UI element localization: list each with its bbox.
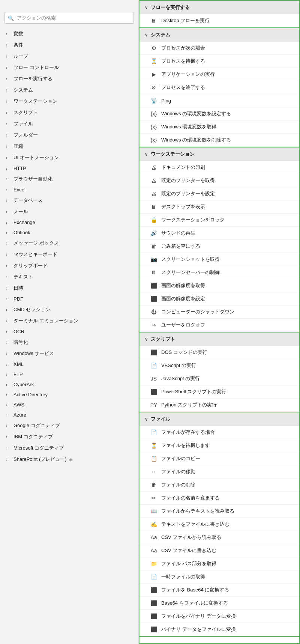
nav-item-28[interactable]: ›暗号化 [0,337,138,348]
nav-item-12[interactable]: ›HTTP [0,163,138,173]
action-item-1-3[interactable]: ⊗プロセスを終了する [140,81,299,94]
action-item-3-1[interactable]: 📄VBScript の実行 [140,359,299,372]
action-item-4-6[interactable]: 📖ファイルからテキストを読み取る [140,505,299,518]
action-item-1-1[interactable]: ⏳プロセスを待機する [140,55,299,68]
nav-item-39[interactable]: ›SharePoint (プレビュー)◈ [0,454,138,465]
action-item-2-4[interactable]: 🔒ワークステーションをロック [140,214,299,227]
nav-item-label: Excel [14,187,26,193]
nav-item-3[interactable]: ›フロー コントロール [0,62,138,73]
nav-item-21[interactable]: ›クリップボード [0,260,138,271]
nav-item-30[interactable]: ›XML [0,359,138,369]
nav-item-13[interactable]: ›ブラウザー自動化 [0,173,138,185]
file-base64-decode-icon: ⬛ [150,599,158,607]
nav-item-label: IBM コグニティブ [14,433,53,440]
action-item-4-0[interactable]: 📄ファイルが存在する場合 [140,426,299,439]
action-item-3-2[interactable]: JSJavaScript の実行 [140,372,299,385]
nav-item-18[interactable]: ›Outlook [0,227,138,238]
nav-item-35[interactable]: ›Azure [0,410,138,420]
section-header-0[interactable]: ∨フローを実行する [140,1,299,14]
action-item-2-0[interactable]: 🖨ドキュメントの印刷 [140,161,299,174]
action-item-2-7[interactable]: 📷スクリーンショットを取得 [140,253,299,266]
action-item-2-10[interactable]: ⬛画面の解像度を設定 [140,292,299,305]
action-item-2-8[interactable]: 🖥スクリーンセーバーの制御 [140,266,299,279]
action-label: ワークステーションをロック [161,217,225,223]
nav-item-34[interactable]: ›AWS [0,400,138,410]
action-item-2-9[interactable]: ⬛画面の解像度を取得 [140,279,299,292]
nav-item-29[interactable]: ›Windows サービス [0,348,138,359]
section-header-1[interactable]: ∨システム [140,28,299,42]
nav-item-10[interactable]: ›圧縮 [0,141,138,152]
nav-item-2[interactable]: ›ループ [0,51,138,62]
nav-item-label: 変数 [14,30,23,37]
nav-item-24[interactable]: ›PDF [0,294,138,304]
left-panel: 🔍 ›変数›条件›ループ›フロー コントロール›フローを実行する›システム›ワー… [0,0,139,644]
nav-item-4[interactable]: ›フローを実行する [0,73,138,84]
nav-item-22[interactable]: ›テキスト [0,271,138,283]
nav-item-31[interactable]: ›FTP [0,369,138,379]
action-item-3-3[interactable]: ⬛PowerShell スクリプトの実行 [140,385,299,399]
nav-item-7[interactable]: ›スクリプト [0,107,138,118]
action-item-4-1[interactable]: ⏳ファイルを待機します [140,439,299,452]
nav-item-19[interactable]: ›メッセージ ボックス [0,238,138,249]
action-item-4-3[interactable]: ↔ファイルの移動 [140,465,299,478]
action-item-1-5[interactable]: {x}Windows の環境変数を設定する [140,107,299,120]
nav-item-8[interactable]: ›ファイル [0,118,138,129]
action-item-2-3[interactable]: 🖥デスクトップを表示 [140,200,299,214]
action-item-1-4[interactable]: 📡Ping [140,94,299,107]
nav-item-label: ターミナル エミュレーション [14,317,78,324]
action-item-4-15[interactable]: ⬛バイナリ データをファイルに変換 [140,623,299,636]
action-item-2-5[interactable]: 🔊サウンドの再生 [140,227,299,240]
action-item-0-0[interactable]: 🖥Desktop フローを実行 [140,14,299,27]
nav-item-32[interactable]: ›CyberArk [0,379,138,390]
nav-item-6[interactable]: ›ワークステーション [0,96,138,107]
action-item-2-6[interactable]: 🗑ごみ箱を空にする [140,240,299,253]
action-item-4-8[interactable]: AaCSV ファイルから読み取る [140,531,299,544]
action-item-1-2[interactable]: ▶アプリケーションの実行 [140,68,299,81]
nav-item-1[interactable]: ›条件 [0,39,138,51]
nav-item-33[interactable]: ›Active Directory [0,390,138,400]
action-item-1-6[interactable]: {x}Windows 環境変数を取得 [140,120,299,134]
app-run-icon: ▶ [150,71,158,78]
nav-item-16[interactable]: ›メール [0,206,138,217]
action-item-4-5[interactable]: ✏ファイルの名前を変更する [140,492,299,505]
action-item-4-12[interactable]: ⬛ファイルを Base64 に変換する [140,584,299,597]
nav-item-17[interactable]: ›Exchange [0,217,138,227]
nav-item-37[interactable]: ›IBM コグニティブ [0,431,138,442]
action-item-4-10[interactable]: 📁ファイル パス部分を取得 [140,557,299,570]
section-header-4[interactable]: ∨ファイル [140,412,299,426]
nav-item-5[interactable]: ›システム [0,84,138,96]
action-item-3-0[interactable]: ⬛DOS コマンドの実行 [140,346,299,359]
file-wait-icon: ⏳ [150,442,158,449]
action-item-4-11[interactable]: 📄一時ファイルの取得 [140,570,299,584]
nav-item-38[interactable]: ›Microsoft コグニティブ [0,442,138,454]
nav-item-20[interactable]: ›マウスとキーボード [0,249,138,260]
action-item-1-7[interactable]: {x}Windows の環境変数を削除する [140,134,299,147]
action-item-4-2[interactable]: 📋ファイルのコピー [140,452,299,465]
nav-item-27[interactable]: ›OCR [0,327,138,337]
action-item-4-9[interactable]: AaCSV ファイルに書き込む [140,544,299,557]
nav-item-26[interactable]: ›ターミナル エミュレーション [0,315,138,327]
action-item-3-4[interactable]: PYPython スクリプトの実行 [140,399,299,412]
action-item-4-14[interactable]: ⬛ファイルをバイナリ データに変換 [140,610,299,623]
action-item-4-13[interactable]: ⬛Base64 をファイルに変換する [140,597,299,610]
nav-item-15[interactable]: ›データベース [0,195,138,206]
nav-item-25[interactable]: ›CMD セッション [0,304,138,315]
action-item-2-2[interactable]: 🖨既定のプリンターを設定 [140,187,299,200]
action-item-2-12[interactable]: ↪ユーザーをログオフ [140,319,299,332]
action-item-2-11[interactable]: ⏻コンピューターのシャットダウン [140,305,299,319]
nav-item-14[interactable]: ›Excel [0,185,138,195]
print-icon: 🖨 [150,164,158,171]
nav-item-9[interactable]: ›フォルダー [0,129,138,141]
section-header-3[interactable]: ∨スクリプト [140,333,299,346]
nav-item-36[interactable]: ›Google コグニティブ [0,420,138,431]
nav-item-11[interactable]: ›UI オートメーション [0,152,138,163]
action-item-4-7[interactable]: ✍テキストをファイルに書き込む [140,518,299,531]
search-input[interactable] [4,12,134,24]
nav-item-0[interactable]: ›変数 [0,28,138,39]
nav-item-23[interactable]: ›日時 [0,283,138,294]
action-item-4-4[interactable]: 🗑ファイルの削除 [140,478,299,492]
action-item-2-1[interactable]: 🖨既定のプリンターを取得 [140,174,299,187]
section-header-2[interactable]: ∨ワークステーション [140,147,299,161]
action-item-1-0[interactable]: ⚙プロセスが次の場合 [140,42,299,55]
resolution-get-icon: ⬛ [150,282,158,289]
